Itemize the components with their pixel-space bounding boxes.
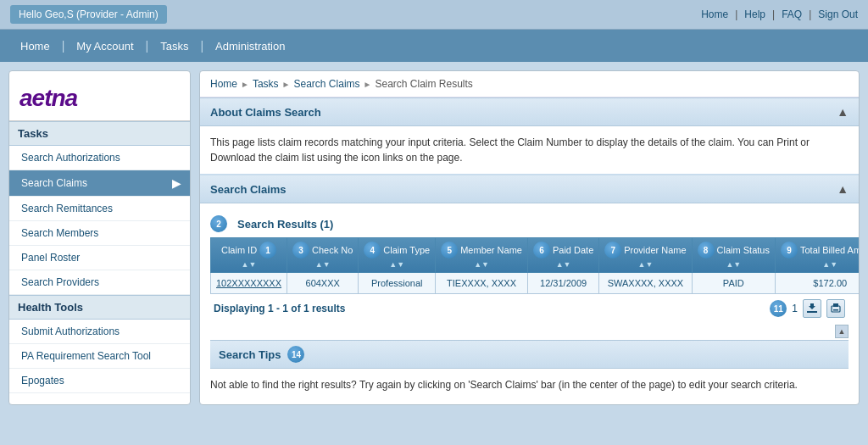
print-icon-button[interactable] [826, 299, 845, 318]
search-claims-collapse-icon[interactable]: ▲ [837, 182, 849, 196]
cell-member-name: TIEXXXX, XXXX [436, 273, 528, 294]
badge-1: 1 [259, 242, 276, 259]
health-tools-section-title: Health Tools [9, 295, 190, 320]
sidebar-item-epogates[interactable]: Epogates [9, 369, 190, 393]
sort-arrows-2[interactable]: ▲▼ [315, 260, 331, 269]
cell-total-billed: $172.00 [775, 273, 860, 294]
displaying-text: Displaying 1 - 1 of 1 results [214, 303, 345, 314]
sidebar: aetna Tasks Search Authorizations Search… [8, 70, 191, 405]
svg-rect-4 [833, 309, 838, 311]
pagination-controls: 11 1 [770, 299, 845, 318]
col-member-name[interactable]: 5 Member Name ▲▼ [436, 238, 528, 273]
badge-6: 6 [533, 242, 550, 259]
badge-9: 9 [781, 242, 798, 259]
sidebar-item-panel-roster[interactable]: Panel Roster [9, 246, 190, 270]
scroll-indicator: ▲ [200, 323, 859, 340]
aetna-logo: aetna [19, 85, 180, 112]
badge-5: 5 [441, 242, 458, 259]
col-provider-name[interactable]: 7 Provider Name ▲▼ [599, 238, 692, 273]
nav-my-account[interactable]: My Account [64, 33, 145, 59]
cell-claim-type: Professional [359, 273, 436, 294]
nav-administration[interactable]: Administration [203, 33, 297, 59]
print-icon [830, 303, 842, 314]
svg-rect-0 [807, 311, 817, 313]
badge-2: 2 [210, 215, 227, 232]
page-number: 1 [792, 303, 798, 314]
nav-home[interactable]: Home [8, 33, 62, 59]
search-claims-section-header[interactable]: Search Claims ▲ [200, 175, 859, 203]
col-claim-status[interactable]: 8 Claim Status ▲▼ [692, 238, 775, 273]
sidebar-item-search-members[interactable]: Search Members [9, 221, 190, 246]
col-claim-type[interactable]: 4 Claim Type ▲▼ [359, 238, 436, 273]
cell-check-no: 604XXX [287, 273, 359, 294]
faq-link[interactable]: FAQ [782, 8, 802, 20]
cell-paid-date: 12/31/2009 [527, 273, 598, 294]
chevron-right-icon: ▶ [172, 176, 181, 190]
about-section-header[interactable]: About Claims Search ▲ [200, 97, 859, 126]
signout-link[interactable]: Sign Out [818, 8, 858, 20]
cell-claim-id[interactable]: 102XXXXXXXX [211, 273, 287, 294]
cell-provider-name: SWAXXXX, XXXX [599, 273, 692, 294]
breadcrumb-tasks[interactable]: Tasks [253, 78, 279, 90]
tips-title: Search Tips [219, 348, 281, 361]
results-count: Search Results (1) [237, 218, 333, 231]
search-claims-title: Search Claims [210, 183, 287, 196]
scroll-up-button[interactable]: ▲ [835, 325, 849, 338]
sidebar-item-search-providers[interactable]: Search Providers [9, 270, 190, 295]
sep3: | [809, 8, 811, 20]
col-check-no[interactable]: 3 Check No ▲▼ [287, 238, 359, 273]
svg-marker-1 [809, 303, 815, 309]
download-icon-button[interactable] [803, 299, 821, 318]
breadcrumb-home[interactable]: Home [210, 78, 237, 90]
greeting-badge: Hello Geo,S (Provider - Admin) [10, 5, 167, 24]
results-section: 2 Search Results (1) Claim ID 1 ▲▼ [200, 203, 859, 323]
top-links: Home | Help | FAQ | Sign Out [701, 8, 858, 20]
sort-arrows-1[interactable]: ▲▼ [242, 260, 257, 269]
tasks-section-title: Tasks [9, 121, 190, 146]
svg-rect-3 [833, 303, 838, 307]
help-link[interactable]: Help [744, 8, 765, 20]
table-row: 102XXXXXXXX 604XXX Professional TIEXXXX,… [211, 273, 860, 294]
sidebar-item-search-authorizations[interactable]: Search Authorizations [9, 146, 190, 170]
nav-tasks[interactable]: Tasks [148, 33, 200, 59]
about-text: This page lists claim records matching y… [200, 126, 859, 175]
badge-11: 11 [770, 300, 787, 317]
col-total-billed[interactable]: 9 Total Billed Amount ▲▼ [775, 238, 860, 273]
breadcrumb-arrow-2: ► [282, 80, 291, 89]
top-bar: Hello Geo,S (Provider - Admin) Home | He… [0, 0, 868, 30]
sidebar-item-search-claims[interactable]: Search Claims ▶ [9, 170, 190, 197]
sidebar-item-submit-authorizations[interactable]: Submit Authorizations [9, 320, 190, 344]
tips-section: Search Tips 14 Not able to find the righ… [200, 340, 859, 404]
nav-bar: Home | My Account | Tasks | Administrati… [0, 30, 868, 62]
breadcrumb-arrow-1: ► [241, 80, 249, 89]
home-top-link[interactable]: Home [701, 8, 728, 20]
sort-arrows-6[interactable]: ▲▼ [638, 260, 654, 269]
pagination-row: Displaying 1 - 1 of 1 results 11 1 [210, 294, 849, 323]
badge-7: 7 [604, 242, 621, 259]
badge-3: 3 [292, 242, 309, 259]
badge-8: 8 [698, 242, 715, 259]
sort-arrows-5[interactable]: ▲▼ [556, 260, 571, 269]
breadcrumb-arrow-3: ► [364, 80, 372, 89]
breadcrumb-current: Search Claim Results [375, 78, 472, 90]
sort-arrows-7[interactable]: ▲▼ [726, 260, 741, 269]
svg-rect-2 [832, 306, 840, 312]
sort-arrows-3[interactable]: ▲▼ [389, 260, 404, 269]
badge-4: 4 [364, 242, 381, 259]
sep1: | [735, 8, 737, 20]
sidebar-item-search-remittances[interactable]: Search Remittances [9, 197, 190, 221]
tips-text: Not able to find the right results? Try … [210, 374, 849, 396]
tips-header: Search Tips 14 [210, 340, 849, 369]
breadcrumb-search-claims[interactable]: Search Claims [294, 78, 360, 90]
col-paid-date[interactable]: 6 Paid Date ▲▼ [527, 238, 598, 273]
about-section-title: About Claims Search [210, 106, 321, 119]
logo-area: aetna [9, 71, 190, 121]
results-header: 2 Search Results (1) [210, 210, 849, 237]
sidebar-item-pa-requirement[interactable]: PA Requirement Search Tool [9, 344, 190, 369]
about-collapse-icon[interactable]: ▲ [837, 105, 849, 119]
sort-arrows-8[interactable]: ▲▼ [822, 260, 837, 269]
col-claim-id[interactable]: Claim ID 1 ▲▼ [211, 238, 287, 273]
main-container: aetna Tasks Search Authorizations Search… [0, 62, 868, 414]
sort-arrows-4[interactable]: ▲▼ [474, 260, 489, 269]
download-icon [806, 303, 818, 314]
